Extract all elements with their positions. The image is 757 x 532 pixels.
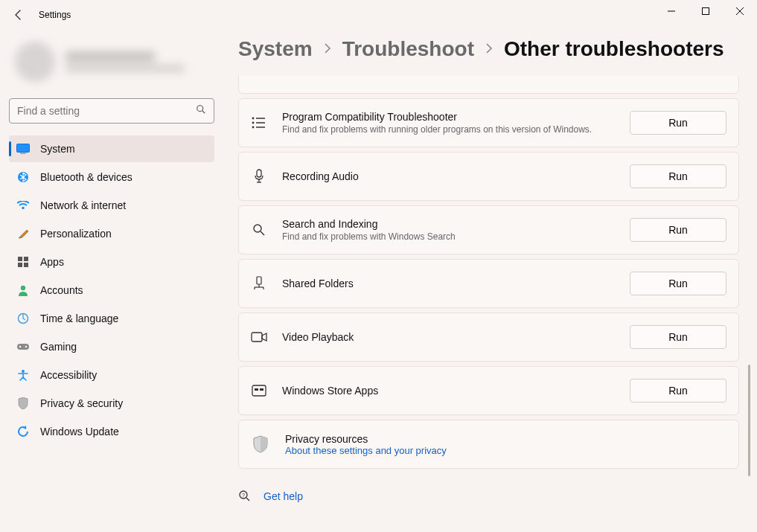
accessibility-icon: [16, 368, 30, 382]
help-icon: ?: [238, 490, 252, 503]
sidebar-item-label: System: [40, 143, 75, 155]
shared-folder-icon: [251, 275, 267, 292]
search-box[interactable]: [9, 98, 214, 124]
wifi-icon: [16, 199, 30, 212]
svg-point-22: [252, 126, 255, 129]
scrollbar-thumb[interactable]: [748, 365, 750, 476]
gamepad-icon: [16, 340, 30, 353]
svg-text:?: ?: [242, 493, 245, 498]
back-button[interactable]: [12, 7, 27, 22]
run-button[interactable]: Run: [630, 379, 726, 403]
display-icon: [16, 142, 30, 156]
svg-rect-9: [24, 257, 28, 261]
troubleshooter-title: Shared Folders: [282, 278, 615, 289]
svg-rect-14: [17, 344, 29, 350]
troubleshooter-title: Recording Audio: [282, 170, 615, 182]
svg-rect-36: [255, 388, 258, 391]
svg-line-28: [261, 231, 264, 235]
globe-clock-icon: [16, 312, 30, 325]
avatar: [15, 42, 55, 82]
bluetooth-icon: [16, 170, 30, 184]
troubleshooter-row-partial: [238, 76, 739, 94]
search-icon: [251, 222, 267, 238]
list-icon: [251, 115, 267, 131]
sidebar-item-apps[interactable]: Apps: [9, 249, 214, 275]
svg-point-15: [19, 346, 21, 347]
minimize-button[interactable]: [654, 0, 689, 22]
svg-line-3: [202, 111, 205, 114]
sidebar-item-accessibility[interactable]: Accessibility: [9, 362, 214, 388]
sidebar-item-label: Bluetooth & devices: [40, 171, 132, 183]
svg-rect-8: [18, 257, 22, 261]
get-help-link[interactable]: Get help: [263, 490, 303, 502]
svg-rect-29: [257, 277, 261, 284]
sidebar-item-network[interactable]: Network & internet: [9, 192, 214, 219]
microphone-icon: [251, 168, 267, 185]
run-button[interactable]: Run: [630, 272, 726, 295]
troubleshooter-row: Shared Folders Run: [238, 259, 739, 308]
troubleshooter-desc: Find and fix problems with running older…: [282, 124, 615, 135]
run-button[interactable]: Run: [630, 218, 726, 242]
run-button[interactable]: Run: [630, 164, 726, 188]
sidebar-item-time-language[interactable]: Time & language: [9, 305, 214, 332]
svg-point-12: [21, 286, 25, 290]
maximize-button[interactable]: [689, 0, 723, 22]
sidebar-item-label: Apps: [40, 256, 64, 268]
shield-icon: [16, 397, 30, 410]
svg-point-7: [22, 207, 25, 210]
sidebar-item-privacy[interactable]: Privacy & security: [9, 390, 214, 417]
nav-list: System Bluetooth & devices Network & int…: [9, 135, 214, 445]
window-controls: [654, 0, 757, 22]
svg-rect-10: [18, 263, 22, 267]
chevron-right-icon: [323, 42, 332, 57]
search-icon: [196, 104, 206, 118]
run-button[interactable]: Run: [630, 325, 726, 349]
close-button[interactable]: [723, 0, 757, 22]
sidebar: System Bluetooth & devices Network & int…: [0, 30, 223, 532]
troubleshooter-row: Windows Store Apps Run: [238, 366, 739, 415]
sidebar-item-label: Time & language: [40, 313, 118, 324]
sidebar-item-accounts[interactable]: Accounts: [9, 277, 214, 304]
troubleshooter-title: Program Compatibility Troubleshooter: [282, 111, 615, 123]
svg-rect-4: [17, 144, 30, 153]
privacy-title: Privacy resources: [285, 433, 726, 445]
privacy-link[interactable]: About these settings and your privacy: [285, 445, 726, 456]
troubleshooter-row: Search and Indexing Find and fix problem…: [238, 205, 739, 254]
sidebar-item-system[interactable]: System: [9, 135, 214, 162]
sidebar-item-label: Windows Update: [40, 426, 119, 438]
breadcrumb: System Troubleshoot Other troubleshooter…: [238, 37, 739, 61]
troubleshooter-desc: Find and fix problems with Windows Searc…: [282, 231, 615, 242]
apps-icon: [16, 255, 30, 269]
troubleshooter-title: Windows Store Apps: [282, 385, 615, 397]
troubleshooter-title: Search and Indexing: [282, 218, 615, 230]
troubleshooter-list: Program Compatibility Troubleshooter Fin…: [238, 76, 739, 469]
user-account-card[interactable]: [9, 36, 214, 95]
page-title: Other troubleshooters: [504, 37, 724, 61]
svg-point-20: [252, 122, 255, 124]
troubleshooter-title: Video Playback: [282, 331, 615, 343]
sidebar-item-windows-update[interactable]: Windows Update: [9, 418, 214, 445]
sidebar-item-label: Accounts: [40, 284, 83, 296]
svg-rect-34: [252, 333, 262, 342]
titlebar: Settings: [0, 0, 757, 30]
search-input[interactable]: [17, 105, 196, 117]
chevron-right-icon: [485, 42, 494, 57]
troubleshooter-row: Recording Audio Run: [238, 152, 739, 201]
main-content: System Troubleshoot Other troubleshooter…: [223, 30, 757, 532]
svg-line-39: [246, 498, 249, 501]
sidebar-item-label: Network & internet: [40, 199, 126, 211]
svg-rect-24: [257, 170, 261, 177]
svg-rect-5: [20, 153, 26, 154]
sidebar-item-personalization[interactable]: Personalization: [9, 220, 214, 247]
sidebar-item-label: Personalization: [40, 228, 112, 240]
shield-icon: [251, 435, 270, 454]
sidebar-item-label: Gaming: [40, 341, 77, 353]
sidebar-item-gaming[interactable]: Gaming: [9, 333, 214, 360]
breadcrumb-troubleshoot[interactable]: Troubleshoot: [342, 37, 474, 61]
run-button[interactable]: Run: [630, 111, 726, 135]
svg-point-18: [252, 118, 255, 120]
breadcrumb-system[interactable]: System: [238, 37, 313, 61]
person-icon: [16, 283, 30, 297]
svg-point-2: [197, 106, 203, 112]
sidebar-item-bluetooth[interactable]: Bluetooth & devices: [9, 164, 214, 190]
